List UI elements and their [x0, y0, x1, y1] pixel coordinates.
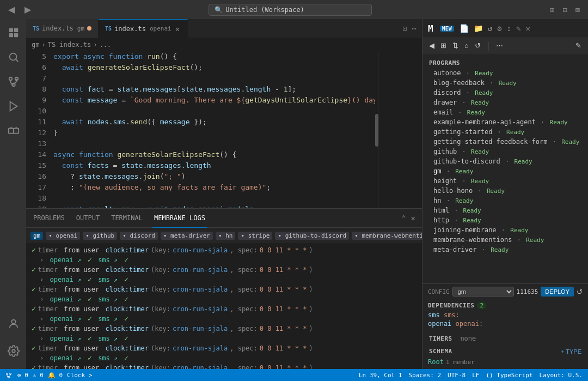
- program-html[interactable]: html · Ready: [422, 205, 588, 215]
- tab-output[interactable]: OUTPUT: [75, 209, 101, 228]
- toolbar-btn-edit[interactable]: ✎: [573, 40, 584, 51]
- scrollbar-track[interactable]: [375, 51, 378, 208]
- code-editor[interactable]: 56789 1011121314 1516171819 2021222324 2…: [26, 51, 422, 208]
- status-encoding[interactable]: UTF-8: [448, 372, 465, 379]
- filter-tag-github-to-discord[interactable]: • github-to-discord: [275, 232, 349, 240]
- close-rp-icon[interactable]: ✕: [524, 23, 531, 34]
- settings-rp-icon[interactable]: ⚙: [496, 23, 503, 34]
- tab-gm-index[interactable]: TS index.ts gm: [26, 19, 99, 38]
- program-http[interactable]: http · Ready: [422, 215, 588, 225]
- toolbar-btn-home[interactable]: ⌂: [462, 40, 471, 51]
- status-bell[interactable]: 🔔 0: [48, 372, 63, 379]
- program-github[interactable]: github · Ready: [422, 147, 588, 156]
- filter-tag-hn[interactable]: • hn: [216, 232, 236, 240]
- program-blog-feedback[interactable]: blog-feedback · Ready: [422, 78, 588, 88]
- filter-tag-gm[interactable]: gm: [30, 232, 43, 240]
- expand-arrow-2[interactable]: ›: [40, 275, 44, 285]
- log-sms-1[interactable]: sms ↗: [94, 255, 118, 265]
- expand-arrow-3[interactable]: ›: [40, 294, 44, 304]
- search-box[interactable]: 🔍 Untitled (Workspace): [209, 4, 372, 16]
- status-clock[interactable]: Clock >: [67, 372, 92, 379]
- status-warnings[interactable]: ⚠ 0: [33, 372, 44, 379]
- breadcrumb-more[interactable]: ...: [99, 41, 111, 49]
- breadcrumb-gm[interactable]: gm: [32, 41, 39, 49]
- program-joining-membrane[interactable]: joining-membrane · Ready: [422, 225, 588, 235]
- program-hello-hono[interactable]: hello-hono · Ready: [422, 186, 588, 196]
- expand-arrow-1[interactable]: ›: [40, 255, 44, 265]
- program-getting-started[interactable]: getting-started · Ready: [422, 127, 588, 137]
- panel-icon-2[interactable]: ⊟: [560, 4, 569, 15]
- split-editor-icon[interactable]: ⊡: [401, 23, 408, 34]
- program-github-to-discord[interactable]: github-to-discord · Ready: [422, 156, 588, 166]
- activity-explorer[interactable]: [2, 22, 24, 44]
- activity-source-control[interactable]: [2, 71, 24, 93]
- breadcrumb-file[interactable]: TS index.ts: [48, 41, 91, 49]
- expand-panel-icon[interactable]: ⌃: [400, 213, 407, 223]
- log-sms-4[interactable]: sms ↗: [94, 314, 118, 324]
- deploy-button[interactable]: DEPLOY: [541, 287, 574, 297]
- more-actions-icon[interactable]: ⋯: [411, 23, 418, 34]
- status-lang[interactable]: () TypeScript: [486, 372, 532, 379]
- program-autonoe[interactable]: autonoe · Ready: [422, 68, 588, 78]
- config-select[interactable]: gm: [452, 287, 514, 297]
- filter-tag-membrane-webmentions[interactable]: • membrane-webmentions: [352, 232, 422, 240]
- log-openai-5[interactable]: openai ↗: [46, 334, 81, 343]
- close-panel-icon[interactable]: ✕: [410, 213, 416, 223]
- program-hn[interactable]: hn · Ready: [422, 196, 588, 205]
- status-ln[interactable]: Ln 39, Col 1: [359, 372, 402, 379]
- tab-membrane-logs[interactable]: MEMBRANE LOGS: [152, 209, 207, 228]
- program-height[interactable]: height · Ready: [422, 176, 588, 186]
- toolbar-btn-1[interactable]: ◀: [427, 40, 437, 51]
- status-errors[interactable]: ⊗ 0: [17, 372, 28, 379]
- activity-account[interactable]: [2, 313, 24, 335]
- new-folder-icon[interactable]: 📁: [473, 23, 484, 34]
- filter-tag-github[interactable]: • github: [83, 232, 117, 240]
- panel-icon-3[interactable]: ⊠: [573, 4, 583, 15]
- panel-icon-1[interactable]: ⊞: [547, 4, 557, 15]
- add-type-button[interactable]: + TYPE: [561, 348, 581, 355]
- toolbar-btn-sort[interactable]: ⇅: [450, 40, 461, 51]
- tab-close-button[interactable]: ✕: [174, 25, 181, 33]
- tab-problems[interactable]: PROBLEMS: [32, 209, 66, 228]
- log-sms-3[interactable]: sms ↗: [94, 294, 118, 304]
- status-branch[interactable]: [5, 372, 13, 379]
- log-openai-3[interactable]: openai ↗: [46, 294, 81, 304]
- program-drawer[interactable]: drawer · Ready: [422, 98, 588, 107]
- log-openai-1[interactable]: openai ↗: [46, 255, 81, 265]
- filter-tag-meta-driver[interactable]: • meta-driver: [161, 232, 213, 240]
- schema-root[interactable]: Root: [428, 358, 444, 366]
- filter-tag-openai[interactable]: • openai: [46, 232, 80, 240]
- program-meta-driver[interactable]: meta-driver · Ready: [422, 245, 588, 255]
- log-sms-5[interactable]: sms ↗: [94, 334, 118, 343]
- filter-tag-stripe[interactable]: • stripe: [238, 232, 272, 240]
- activity-extensions[interactable]: [2, 120, 24, 142]
- program-getting-started-feedback[interactable]: getting-started-feedback-form · Ready: [422, 137, 588, 147]
- log-openai-2[interactable]: openai ↗: [46, 275, 81, 285]
- log-openai-6[interactable]: openai ↗: [46, 353, 81, 363]
- new-file-icon[interactable]: 📄: [458, 23, 470, 34]
- tab-openai-index[interactable]: TS index.ts openai ✕: [99, 19, 188, 38]
- forward-button[interactable]: ▶: [22, 3, 34, 16]
- status-lf[interactable]: LF: [472, 372, 479, 379]
- program-membrane-webmentions[interactable]: membrane-webmentions · Ready: [422, 235, 588, 245]
- log-openai-4[interactable]: openai ↗: [46, 314, 81, 324]
- tab-terminal[interactable]: TERMINAL: [109, 209, 144, 228]
- expand-arrow-5[interactable]: ›: [40, 334, 44, 343]
- activity-search[interactable]: [2, 46, 24, 68]
- log-sms-6[interactable]: sms ↗: [94, 353, 118, 363]
- refresh-button[interactable]: ↺: [577, 288, 583, 296]
- activity-settings[interactable]: [2, 340, 24, 362]
- filter-tag-discord[interactable]: • discord: [120, 232, 158, 240]
- log-sms-2[interactable]: sms ↗: [94, 275, 118, 285]
- back-button[interactable]: ◀: [5, 3, 17, 16]
- program-email[interactable]: email · Ready: [422, 107, 588, 117]
- status-layout[interactable]: Layout: U.S.: [540, 372, 583, 379]
- program-gm[interactable]: gm · Ready: [422, 166, 588, 176]
- toolbar-btn-reload[interactable]: ↺: [473, 40, 483, 51]
- program-example-membrane[interactable]: example-membrane-agi-agent · Ready: [422, 117, 588, 127]
- program-discord[interactable]: discord · Ready: [422, 88, 588, 98]
- pencil-icon[interactable]: ✎: [515, 23, 522, 34]
- expand-arrow-6[interactable]: ›: [40, 353, 44, 363]
- toolbar-btn-more[interactable]: ⋯: [494, 40, 505, 51]
- refresh-icon[interactable]: ↺: [487, 23, 493, 34]
